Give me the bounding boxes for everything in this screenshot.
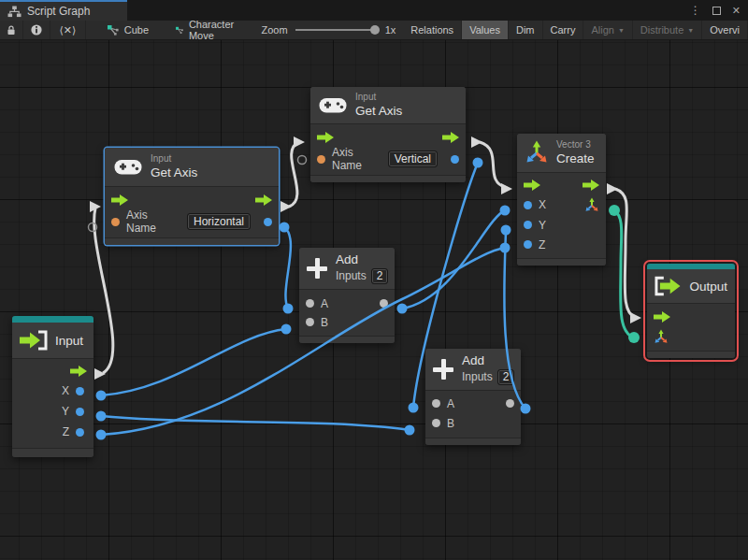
y-in-port[interactable] <box>524 221 532 229</box>
x-in-port[interactable] <box>524 201 532 209</box>
align-dropdown[interactable]: Align ▼ <box>583 21 632 40</box>
wire-add1-to-vector3-x[interactable] <box>402 210 505 309</box>
values-toggle[interactable]: Values <box>462 21 509 40</box>
inputs-count-input[interactable]: 2 <box>371 268 389 284</box>
flow-arrowhead[interactable] <box>294 136 305 148</box>
input-b-port[interactable] <box>432 419 440 427</box>
node-graph-input[interactable]: Input X Y Z <box>12 316 94 457</box>
node-header[interactable]: Add Inputs 2 <box>299 248 395 290</box>
lock-button[interactable] <box>0 21 23 40</box>
vector3-in-port[interactable] <box>654 329 669 344</box>
wire-endpoint[interactable] <box>409 403 419 413</box>
node-graph-output[interactable]: Output <box>647 264 735 358</box>
flow-arrowhead[interactable] <box>280 201 292 212</box>
wire-endpoint[interactable] <box>501 225 511 236</box>
flow-out-port[interactable] <box>442 132 459 143</box>
axis-value-out-port[interactable] <box>264 218 272 226</box>
wire-endpoint[interactable] <box>96 411 107 422</box>
wire-endpoint[interactable] <box>609 205 620 216</box>
inputs-count-input[interactable]: 2 <box>497 369 515 385</box>
wire-endpoint[interactable] <box>281 324 292 335</box>
code-view-button[interactable]: ⟨✕⟩ <box>50 21 86 40</box>
breadcrumb-cube[interactable]: Cube <box>98 24 158 36</box>
flow-out-port[interactable] <box>583 179 599 191</box>
y-out-port[interactable] <box>76 408 84 416</box>
node-get-axis-vertical[interactable]: Input Get Axis Axis Name Vertical <box>310 87 466 182</box>
dim-toggle[interactable]: Dim <box>509 21 543 40</box>
wire-endpoint[interactable] <box>473 158 483 168</box>
z-in-port[interactable] <box>524 240 532 249</box>
wire-endpoint[interactable] <box>96 391 107 401</box>
relations-toggle[interactable]: Relations <box>403 21 462 40</box>
info-button[interactable] <box>23 21 50 40</box>
flow-arrowhead[interactable] <box>90 201 101 212</box>
wire-vector3-result-to-output[interactable] <box>614 210 634 337</box>
flow-in-port[interactable] <box>654 311 670 323</box>
close-icon[interactable]: ✕ <box>732 5 741 17</box>
wire-endpoint[interactable] <box>500 206 511 216</box>
tab-script-graph[interactable]: Script Graph <box>0 0 127 21</box>
x-out-port[interactable] <box>76 387 84 395</box>
node-get-axis-horizontal[interactable]: Input Get Axis Axis Name Horizontal <box>105 148 279 245</box>
node-header[interactable]: Input Get Axis <box>310 87 466 124</box>
wire-endpoint[interactable] <box>96 430 107 440</box>
axis-name-input[interactable]: Horizontal <box>187 213 251 230</box>
z-out-port[interactable] <box>76 428 84 437</box>
node-header[interactable]: Input <box>12 323 94 359</box>
wire-getaxis-horizontal-to-add1-a[interactable] <box>284 227 291 309</box>
node-add-1[interactable]: Add Inputs 2 A B <box>299 248 395 343</box>
node-header[interactable]: Vector 3 Create <box>517 134 606 173</box>
input-a-port[interactable] <box>306 299 314 308</box>
wire-endpoint[interactable] <box>500 243 511 253</box>
wire-input-x-to-add1-b[interactable] <box>101 329 286 395</box>
inputs-label: Inputs <box>336 269 367 283</box>
sum-out-port[interactable] <box>380 299 388 308</box>
overview-button[interactable]: Overvi <box>702 21 748 40</box>
input-a-port[interactable] <box>432 399 440 408</box>
flow-arrowhead[interactable] <box>501 183 512 194</box>
zoom-label: Zoom <box>262 24 288 36</box>
kebab-menu-icon[interactable]: ⋮ <box>690 4 701 17</box>
wire-getaxis-horizontal-to-getaxis-vertical[interactable] <box>289 142 299 207</box>
wire-endpoint[interactable] <box>521 404 531 414</box>
wire-vector3-to-output[interactable] <box>615 189 636 318</box>
wire-endpoint[interactable] <box>280 223 290 233</box>
breadcrumb-character-move[interactable]: Character Move <box>166 21 247 40</box>
wire-endpoint[interactable] <box>397 304 408 314</box>
sum-out-port[interactable] <box>506 399 514 408</box>
flow-arrowhead[interactable] <box>630 312 641 323</box>
zoom-slider[interactable] <box>295 29 378 31</box>
vector3-out-port[interactable] <box>584 197 599 212</box>
flow-in-port[interactable] <box>524 179 540 191</box>
unconnected-port-ring[interactable] <box>89 223 97 232</box>
node-add-2[interactable]: Add Inputs 2 A B <box>425 349 521 445</box>
axis-name-port[interactable] <box>111 218 120 226</box>
flow-arrowhead[interactable] <box>471 136 482 148</box>
flow-in-port[interactable] <box>111 194 128 206</box>
wire-input-y-to-add2-b[interactable] <box>101 416 410 430</box>
unconnected-port-ring[interactable] <box>298 156 307 165</box>
wire-endpoint[interactable] <box>405 425 415 436</box>
carry-toggle[interactable]: Carry <box>543 21 584 40</box>
graph-canvas[interactable]: Input Get Axis Axis Name Vertical <box>0 40 748 560</box>
zoom-slider-handle[interactable] <box>370 25 380 35</box>
wire-getaxis-vertical-to-vector3[interactable] <box>480 142 507 188</box>
maximize-icon[interactable] <box>712 7 721 15</box>
flow-out-port[interactable] <box>255 194 272 206</box>
node-header[interactable]: Input Get Axis <box>105 148 279 187</box>
axis-value-out-port[interactable] <box>451 155 459 164</box>
axis-name-port[interactable] <box>317 155 325 164</box>
flow-in-port[interactable] <box>317 132 334 143</box>
flow-out-port[interactable] <box>70 366 87 377</box>
code-icon: ⟨✕⟩ <box>59 24 76 36</box>
node-header[interactable]: Add Inputs 2 <box>425 349 521 391</box>
wire-endpoint[interactable] <box>628 332 640 343</box>
flow-arrowhead[interactable] <box>94 368 106 380</box>
input-b-port[interactable] <box>306 318 314 326</box>
distribute-dropdown[interactable]: Distribute ▼ <box>633 21 702 40</box>
wire-endpoint[interactable] <box>283 304 294 314</box>
node-vector3-create[interactable]: Vector 3 Create X <box>517 134 606 266</box>
node-header[interactable]: Output <box>647 269 735 304</box>
flow-arrowhead[interactable] <box>607 183 618 194</box>
axis-name-input[interactable]: Vertical <box>388 151 438 167</box>
